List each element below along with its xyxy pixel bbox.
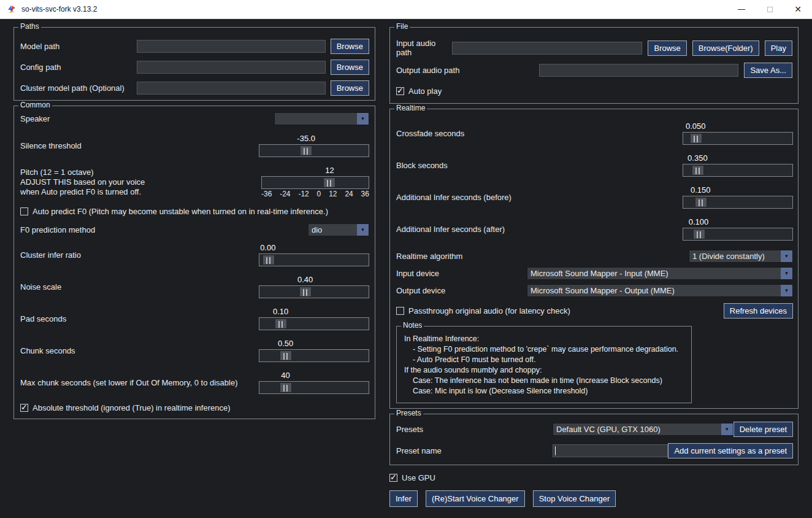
stop-voice-changer-button[interactable]: Stop Voice Changer [533,490,616,507]
use-gpu-checkbox-row[interactable]: Use GPU [389,473,799,482]
add-preset-button[interactable]: Add current settings as a preset [668,443,793,458]
f0-method-combo[interactable]: dio ▼ [308,223,369,236]
slider-track[interactable] [683,164,793,177]
crossfade-slider[interactable]: 0.050 [683,122,793,145]
titlebar: so-vits-svc-fork v3.13.2 — ✕ [0,0,812,19]
auto-predict-f0-checkbox-row[interactable]: Auto predict F0 (Pitch may become unstab… [20,207,369,216]
chevron-down-icon[interactable]: ▼ [781,250,792,262]
slider-handle[interactable] [275,319,287,329]
input-audio-browse-button[interactable]: Browse [648,41,686,56]
slider-track[interactable] [683,228,793,241]
slider-track[interactable] [683,132,793,145]
slider-track[interactable] [259,317,369,330]
slider-track[interactable] [261,176,369,189]
chevron-down-icon[interactable]: ▼ [721,423,733,435]
preset-name-label: Preset name [396,446,553,455]
cluster-infer-ratio-slider[interactable]: 0.00 [259,244,369,266]
max-chunk-seconds-slider[interactable]: 40 [259,371,369,394]
chevron-down-icon[interactable]: ▼ [357,113,369,125]
save-as-button[interactable]: Save As... [744,63,792,78]
restart-voice-changer-button[interactable]: (Re)Start Voice Changer [426,490,525,507]
close-button[interactable]: ✕ [784,0,812,18]
preset-name-input[interactable] [553,444,668,457]
absolute-threshold-checkbox[interactable] [20,404,28,412]
output-audio-label: Output audio path [396,66,459,75]
realtime-algorithm-label: Realtime algorithm [396,252,462,261]
slider-track[interactable] [259,253,369,266]
maximize-button[interactable] [756,0,784,18]
model-path-input[interactable] [137,40,326,53]
slider-handle[interactable] [690,133,702,144]
output-device-combo[interactable]: Microsoft Sound Mapper - Output (MME) ▼ [527,284,793,297]
realtime-algorithm-combo[interactable]: 1 (Divide constantly) ▼ [689,250,793,263]
presets-select-row: Presets Default VC (GPU, GTX 1060) ▼ Del… [396,422,793,437]
cluster-path-label: Cluster model path (Optional) [20,83,137,93]
presets-combo[interactable]: Default VC (GPU, GTX 1060) ▼ [553,423,733,436]
chevron-down-icon[interactable]: ▼ [781,285,792,296]
slider-track[interactable] [683,196,793,209]
auto-play-checkbox[interactable] [396,87,404,95]
slider-handle[interactable] [695,197,707,207]
slider-handle[interactable] [692,165,704,176]
play-button[interactable]: Play [765,41,792,56]
slider-handle[interactable] [300,145,312,156]
pitch-slider[interactable]: 12 -36-24-120122436 [261,166,369,198]
infer-after-label: Additional Infer seconds (after) [396,225,505,234]
chevron-down-icon[interactable]: ▼ [781,268,792,279]
passthrough-checkbox[interactable] [396,307,404,315]
model-path-browse-button[interactable]: Browse [331,39,369,54]
slider-track[interactable] [259,349,369,362]
cluster-path-input[interactable] [137,82,326,95]
input-audio-browse-folder-button[interactable]: Browse(Folder) [692,41,759,56]
pad-seconds-label: Pad seconds [20,314,66,323]
output-audio-path-input[interactable] [539,64,738,77]
absolute-threshold-checkbox-row[interactable]: Absolute threshold (ignored (True) in re… [20,403,369,412]
pitch-ticks: -36-24-120122436 [261,190,369,198]
input-device-combo[interactable]: Microsoft Sound Mapper - Input (MME) ▼ [527,267,793,280]
slider-handle[interactable] [280,382,292,393]
window-title: so-vits-svc-fork v3.13.2 [21,5,97,14]
auto-predict-f0-checkbox[interactable] [20,207,28,215]
infer-before-value: 0.150 [691,185,711,195]
cluster-path-browse-button[interactable]: Browse [331,80,369,96]
silence-threshold-slider[interactable]: -35.0 [259,134,369,157]
slider-handle[interactable] [323,177,335,188]
slider-handle[interactable] [693,229,705,239]
chunk-seconds-slider[interactable]: 0.50 [259,339,369,362]
chunk-seconds-value: 0.50 [278,339,293,348]
slider-track[interactable] [259,285,369,298]
use-gpu-label: Use GPU [402,473,435,482]
input-device-label: Input device [396,269,439,278]
block-seconds-slider[interactable]: 0.350 [683,154,793,177]
note-line: In Realtime Inference: [404,334,689,344]
file-legend: File [394,22,410,31]
refresh-devices-button[interactable]: Refresh devices [724,303,793,319]
realtime-group: Realtime Crossfade seconds 0.050 Block s… [389,109,799,409]
pad-seconds-slider[interactable]: 0.10 [259,307,369,330]
slider-handle[interactable] [262,255,275,265]
presets-legend: Presets [394,409,423,418]
slider-handle[interactable] [280,350,292,361]
config-path-input[interactable] [137,61,326,74]
slider-handle[interactable] [299,287,312,297]
slider-track[interactable] [259,381,369,394]
infer-before-slider[interactable]: 0.150 [683,186,793,209]
speaker-combo[interactable]: ▼ [274,112,369,125]
config-path-browse-button[interactable]: Browse [331,60,369,75]
input-audio-path-input[interactable] [452,42,643,55]
delete-preset-button[interactable]: Delete preset [733,422,793,437]
slider-track[interactable] [259,144,369,157]
infer-after-slider[interactable]: 0.100 [683,218,793,241]
noise-scale-slider[interactable]: 0.40 [259,276,369,298]
max-chunk-seconds-row: Max chunk seconds (set lower if Out Of M… [20,371,369,394]
infer-button[interactable]: Infer [389,490,418,507]
auto-play-checkbox-row[interactable]: Auto play [396,83,792,99]
passthrough-checkbox-row[interactable]: Passthrough original audio (for latency … [396,306,570,315]
chevron-down-icon[interactable]: ▼ [357,224,369,236]
silence-threshold-row: Silence threshold -35.0 [20,134,369,157]
input-audio-row: Input audio path Browse Browse(Folder) P… [396,39,792,57]
use-gpu-checkbox[interactable] [389,474,397,482]
file-group: File Input audio path Browse Browse(Fold… [389,27,799,104]
minimize-button[interactable]: — [727,0,756,18]
crossfade-row: Crossfade seconds 0.050 [396,122,793,145]
